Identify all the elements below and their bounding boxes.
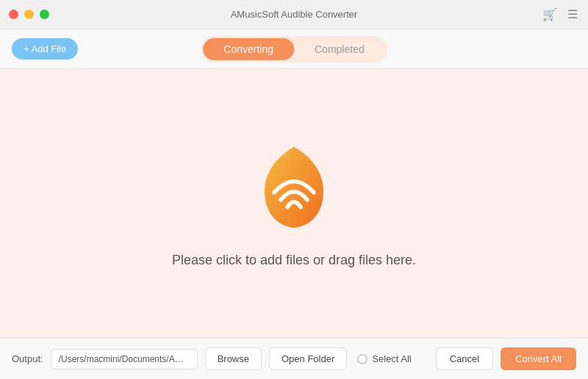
open-folder-button[interactable]: Open Folder — [269, 347, 347, 370]
output-label: Output: — [12, 353, 43, 364]
convert-all-button[interactable]: Convert All — [501, 347, 576, 370]
close-button[interactable] — [9, 10, 18, 19]
toolbar: + Add File Converting Completed — [0, 29, 588, 69]
select-all-label[interactable]: Select All — [372, 353, 411, 364]
app-logo — [246, 140, 342, 235]
add-file-button[interactable]: + Add File — [12, 38, 78, 59]
main-content[interactable]: Please click to add files or drag files … — [0, 69, 588, 338]
output-path[interactable]: /Users/macmini/Documents/AMusicSoft Aud — [51, 349, 198, 369]
tab-group: Converting Completed — [201, 36, 387, 62]
titlebar: AMusicSoft Audible Converter 🛒 ☰ — [0, 0, 588, 29]
tab-completed[interactable]: Completed — [294, 38, 385, 60]
minimize-button[interactable] — [24, 10, 34, 19]
select-all-group: Select All — [357, 353, 411, 364]
cancel-button[interactable]: Cancel — [436, 347, 493, 370]
browse-button[interactable]: Browse — [205, 347, 262, 370]
tab-converting[interactable]: Converting — [203, 38, 294, 60]
titlebar-actions: 🛒 ☰ — [542, 7, 578, 21]
menu-icon[interactable]: ☰ — [567, 7, 578, 21]
window-controls — [9, 10, 49, 19]
app-title: AMusicSoft Audible Converter — [231, 9, 358, 20]
select-all-radio[interactable] — [357, 354, 368, 364]
cart-icon[interactable]: 🛒 — [542, 7, 557, 21]
maximize-button[interactable] — [40, 10, 49, 19]
bottom-bar: Output: /Users/macmini/Documents/AMusicS… — [0, 338, 588, 379]
drop-hint: Please click to add files or drag files … — [172, 253, 416, 268]
